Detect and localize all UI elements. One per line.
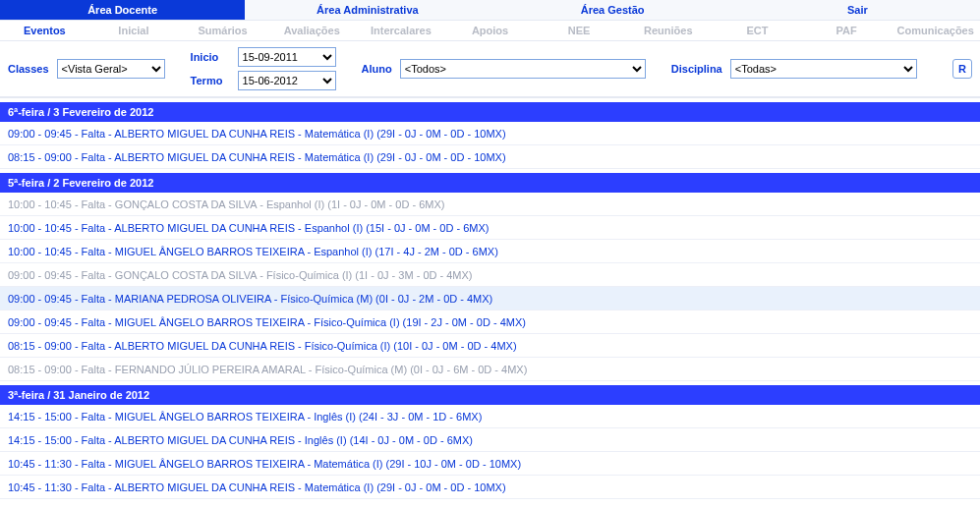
aluno-select[interactable]: <Todos>	[400, 59, 646, 79]
subnav-inicial[interactable]: Inicial	[89, 21, 179, 40]
termo-label: Termo	[191, 75, 230, 86]
event-row[interactable]: 10:00 - 10:45 - Falta - GONÇALO COSTA DA…	[0, 193, 980, 216]
subnav-paf[interactable]: PAF	[802, 21, 892, 40]
tab-area-gestao[interactable]: Área Gestão	[490, 0, 735, 20]
event-row[interactable]: 08:15 - 09:00 - Falta - ALBERTO MIGUEL D…	[0, 145, 980, 169]
tab-area-docente[interactable]: Área Docente	[0, 0, 245, 20]
subnav-sumarios[interactable]: Sumários	[178, 21, 267, 40]
event-row[interactable]: 14:15 - 15:00 - Falta - MIGUEL ÂNGELO BA…	[0, 405, 980, 428]
event-row[interactable]: 10:45 - 11:30 - Falta - ALBERTO MIGUEL D…	[0, 476, 980, 499]
event-list[interactable]: 6ª-feira / 3 Fevereiro de 201209:00 - 09…	[0, 98, 980, 508]
event-row[interactable]: 09:00 - 09:45 - Falta - MIGUEL ÂNGELO BA…	[0, 310, 980, 334]
subnav-reunioes[interactable]: Reuniões	[623, 21, 713, 40]
subnav-nee[interactable]: NEE	[535, 21, 624, 40]
event-row[interactable]: 10:45 - 11:30 - Falta - MIGUEL ÂNGELO BA…	[0, 452, 980, 476]
top-nav: Área Docente Área Administrativa Área Ge…	[0, 0, 980, 21]
termo-select[interactable]: 15-06-2012	[238, 71, 336, 90]
subnav-comunicacoes[interactable]: Comunicações	[891, 21, 980, 40]
inicio-label: Inicio	[191, 51, 230, 63]
subnav-intercalares[interactable]: Intercalares	[357, 21, 446, 40]
event-row[interactable]: 08:15 - 09:00 - Falta - FERNANDO JÚLIO P…	[0, 358, 980, 381]
inicio-select[interactable]: 15-09-2011	[238, 47, 336, 67]
tab-sair[interactable]: Sair	[735, 0, 980, 20]
sub-nav: Eventos Inicial Sumários Avaliações Inte…	[0, 21, 980, 41]
event-row[interactable]: 10:00 - 10:45 - Falta - MIGUEL ÂNGELO BA…	[0, 240, 980, 263]
classes-select[interactable]: <Vista Geral>	[57, 59, 165, 79]
subnav-ect[interactable]: ECT	[713, 21, 802, 40]
event-row[interactable]: 09:00 - 09:45 - Falta - GONÇALO COSTA DA…	[0, 263, 980, 287]
filter-bar: Classes <Vista Geral> Inicio 15-09-2011 …	[0, 41, 980, 97]
event-row[interactable]: 08:15 - 09:00 - Falta - ALBERTO MIGUEL D…	[0, 334, 980, 358]
subnav-eventos[interactable]: Eventos	[0, 21, 89, 40]
event-row[interactable]: 09:00 - 09:45 - Falta - ALBERTO MIGUEL D…	[0, 122, 980, 145]
disciplina-label: Disciplina	[671, 63, 722, 75]
refresh-button[interactable]: R	[952, 59, 972, 79]
aluno-label: Aluno	[362, 63, 392, 75]
day-header: 6ª-feira / 3 Fevereiro de 2012	[0, 102, 980, 122]
content-area: 6ª-feira / 3 Fevereiro de 201209:00 - 09…	[0, 97, 980, 508]
event-row[interactable]: 09:00 - 09:45 - Falta - MARIANA PEDROSA …	[0, 287, 980, 310]
disciplina-select[interactable]: <Todas>	[730, 59, 917, 79]
subnav-apoios[interactable]: Apoios	[445, 21, 535, 40]
day-header: 3ª-feira / 31 Janeiro de 2012	[0, 385, 980, 405]
day-header: 5ª-feira / 2 Fevereiro de 2012	[0, 173, 980, 193]
subnav-avaliacoes[interactable]: Avaliações	[267, 21, 357, 40]
classes-label: Classes	[8, 63, 49, 75]
tab-area-administrativa[interactable]: Área Administrativa	[245, 0, 490, 20]
event-row[interactable]: 10:00 - 10:45 - Falta - ALBERTO MIGUEL D…	[0, 216, 980, 240]
event-row[interactable]: 14:15 - 15:00 - Falta - ALBERTO MIGUEL D…	[0, 428, 980, 452]
